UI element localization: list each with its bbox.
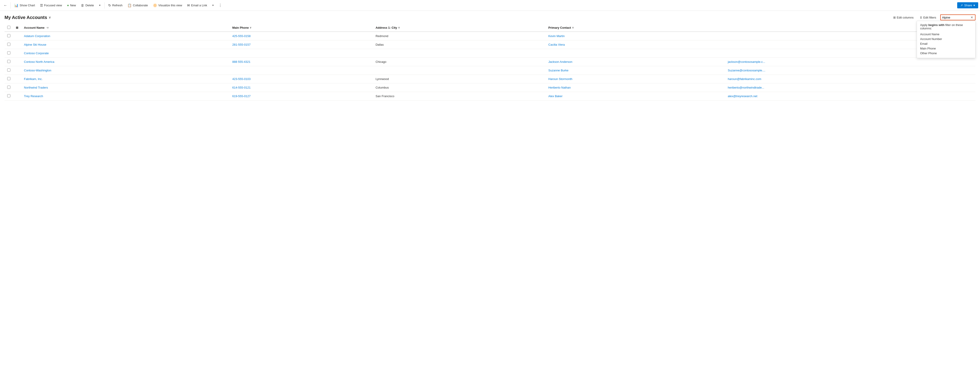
table-row: Contoso Corporate	[5, 49, 975, 57]
city-sort[interactable]: ∨	[398, 26, 400, 29]
contact-link-6[interactable]: Heriberto Nathan	[548, 86, 571, 89]
row-city-3: Chicago	[373, 57, 546, 66]
row-checkbox-5[interactable]	[7, 77, 10, 80]
back-icon: ←	[4, 3, 7, 8]
row-hierarchy-cell-0	[13, 32, 21, 40]
visualize-label: Visualize this view	[158, 3, 182, 7]
search-option-email[interactable]: Email	[920, 41, 972, 46]
row-checkbox-cell	[5, 49, 13, 57]
chart-icon: 📊	[14, 3, 19, 8]
collaborate-button[interactable]: 📋 Collaborate	[125, 2, 150, 9]
search-option-account-number[interactable]: Account Number	[920, 37, 972, 41]
main-content: My Active Accounts ∨ ⊞ Edit columns ⊻ Ed…	[0, 11, 980, 104]
show-chart-button[interactable]: 📊 Show Chart	[12, 2, 37, 9]
edit-filters-label: Edit filters	[923, 16, 936, 19]
account-name-link-1[interactable]: Alpine Ski House	[24, 43, 46, 46]
account-name-sort[interactable]: ↑∨	[46, 26, 49, 29]
header-city-label: Address 1: City	[375, 26, 397, 29]
account-name-link-0[interactable]: Adatum Corporation	[24, 34, 50, 38]
header-account-name[interactable]: Account Name ↑∨	[21, 24, 229, 32]
phone-value-7: 619-555-0127	[232, 94, 251, 98]
email-link-button[interactable]: ✉ Email a Link	[185, 2, 209, 9]
delete-label: Delete	[85, 3, 94, 7]
search-option-other-phone[interactable]: Other Phone	[920, 51, 972, 56]
main-phone-sort[interactable]: ∨	[250, 26, 251, 29]
delete-icon: 🗑	[81, 3, 84, 7]
row-email-7: alex@treyresearch.net	[725, 92, 975, 100]
show-chart-label: Show Chart	[20, 3, 35, 7]
row-hierarchy-cell-1	[13, 40, 21, 49]
contact-link-0[interactable]: Kevin Martin	[548, 34, 565, 38]
primary-contact-sort[interactable]: ∨	[572, 26, 574, 29]
account-name-link-7[interactable]: Trey Research	[24, 94, 43, 98]
search-option-main-phone[interactable]: Main Phone	[920, 46, 972, 51]
phone-value-1: 281-555-0157	[232, 43, 251, 46]
row-account-name-4: Contoso-Washington	[21, 66, 229, 75]
row-checkbox-6[interactable]	[7, 86, 10, 89]
row-checkbox-cell	[5, 40, 13, 49]
refresh-button[interactable]: ↻ Refresh	[106, 2, 125, 9]
header-main-phone[interactable]: Main Phone ∨	[229, 24, 373, 32]
contact-link-1[interactable]: Cacilia Viera	[548, 43, 565, 46]
table-row: Alpine Ski House 281-555-0157 Dallas Cac…	[5, 40, 975, 49]
table-row: Contoso-Washington Suzanne Burke Suzanne…	[5, 66, 975, 75]
row-checkbox-2[interactable]	[7, 51, 10, 54]
email-value-6: heriberto@northwindtrade...	[728, 86, 764, 89]
row-checkbox-7[interactable]	[7, 94, 10, 97]
edit-columns-button[interactable]: ⊞ Edit columns	[891, 15, 916, 20]
visualize-button[interactable]: 🔆 Visualize this view	[151, 2, 185, 9]
account-name-link-6[interactable]: Northwind Traders	[24, 86, 48, 89]
account-name-link-2[interactable]: Contoso Corporate	[24, 51, 49, 55]
edit-filters-icon: ⊻	[920, 16, 922, 19]
row-checkbox-3[interactable]	[7, 60, 10, 63]
email-link-label: Email a Link	[191, 3, 207, 7]
account-name-link-3[interactable]: Contoso North America	[24, 60, 54, 64]
row-city-1: Dallas	[373, 40, 546, 49]
row-city-5: Lynnwood	[373, 75, 546, 83]
phone-value-0: 425-555-0158	[232, 34, 251, 38]
search-option-account-name[interactable]: Account Name	[920, 32, 972, 37]
header-primary-contact[interactable]: Primary Contact ∨	[546, 24, 725, 32]
row-checkbox-1[interactable]	[7, 43, 10, 46]
row-account-name-5: Fabrikam, Inc.	[21, 75, 229, 83]
row-email-6: heriberto@northwindtrade...	[725, 83, 975, 92]
share-button[interactable]: ↗ Share ▾	[957, 2, 978, 8]
more-actions-chevron[interactable]: ▾	[97, 2, 103, 9]
row-contact-0: Kevin Martin	[546, 32, 725, 40]
contact-link-7[interactable]: Alex Baker	[548, 94, 563, 98]
new-label: New	[70, 3, 76, 7]
row-checkbox-4[interactable]	[7, 69, 10, 72]
select-all-checkbox[interactable]	[7, 26, 10, 29]
focused-view-button[interactable]: ☰ Focused view	[38, 2, 64, 9]
delete-button[interactable]: 🗑 Delete	[79, 2, 96, 9]
row-checkbox-0[interactable]	[7, 34, 10, 37]
phone-value-6: 614-555-0121	[232, 86, 251, 89]
row-hierarchy-cell-6	[13, 83, 21, 92]
contact-link-4[interactable]: Suzanne Burke	[548, 69, 568, 72]
contact-link-3[interactable]: Jackson Anderson	[548, 60, 572, 64]
row-contact-5: Haroun Stormonth	[546, 75, 725, 83]
search-box[interactable]: ✕	[940, 14, 975, 20]
new-button[interactable]: + New	[65, 2, 78, 9]
header-account-name-label: Account Name	[24, 26, 45, 29]
row-account-name-3: Contoso North America	[21, 57, 229, 66]
back-button[interactable]: ←	[2, 2, 9, 9]
row-contact-6: Heriberto Nathan	[546, 83, 725, 92]
row-contact-1: Cacilia Viera	[546, 40, 725, 49]
edit-filters-button[interactable]: ⊻ Edit filters	[918, 15, 939, 20]
toolbar-overflow-button[interactable]: ⋮	[217, 2, 223, 9]
row-phone-4	[229, 66, 373, 75]
view-title-chevron: ∨	[49, 16, 51, 19]
account-name-link-4[interactable]: Contoso-Washington	[24, 69, 51, 72]
view-title[interactable]: My Active Accounts ∨	[5, 15, 51, 20]
city-value-3: Chicago	[375, 60, 386, 64]
search-clear-button[interactable]: ✕	[970, 16, 974, 19]
search-wrapper: ✕ Apply begins with filter on these colu…	[940, 14, 975, 20]
more-toolbar-chevron[interactable]: ▾	[210, 2, 216, 9]
search-input[interactable]	[942, 16, 969, 19]
table-row: Adatum Corporation 425-555-0158 Redmond …	[5, 32, 975, 40]
account-name-link-5[interactable]: Fabrikam, Inc.	[24, 77, 43, 81]
header-city[interactable]: Address 1: City ∨	[373, 24, 546, 32]
contact-link-5[interactable]: Haroun Stormonth	[548, 77, 572, 81]
header-primary-contact-label: Primary Contact	[548, 26, 571, 29]
